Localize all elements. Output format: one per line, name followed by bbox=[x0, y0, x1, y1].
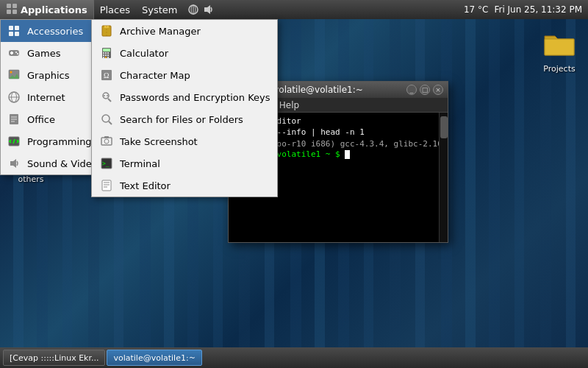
svg-rect-2 bbox=[7, 10, 11, 14]
svg-rect-62 bbox=[104, 136, 109, 138]
svg-line-55 bbox=[108, 99, 111, 102]
games-icon bbox=[7, 46, 21, 60]
screenshot-label: Take Screenshot bbox=[120, 136, 198, 147]
projects-desktop-icon[interactable]: Projects bbox=[542, 26, 577, 74]
svg-rect-15 bbox=[545, 39, 574, 55]
system-label: System bbox=[142, 4, 177, 15]
svg-rect-49 bbox=[103, 57, 104, 58]
search-files-label: Search for Files or Folders bbox=[120, 114, 243, 125]
submenu-calculator[interactable]: Calculator bbox=[92, 42, 277, 64]
search-files-icon bbox=[99, 112, 114, 127]
svg-marker-37 bbox=[10, 159, 16, 168]
sound-video-icon bbox=[7, 156, 21, 171]
terminal-maximize-button[interactable]: □ bbox=[420, 85, 430, 95]
top-taskbar: Applications Places System bbox=[0, 0, 588, 19]
submenu-terminal[interactable]: >_ Terminal bbox=[92, 152, 277, 174]
terminal-task-label: volatile@volatile1:~ bbox=[113, 353, 195, 363]
svg-text:Ω: Ω bbox=[104, 71, 109, 79]
taskbar-right: 17 °C Fri Jun 25, 11:32 PM bbox=[464, 4, 588, 15]
applications-icon bbox=[6, 3, 18, 17]
office-icon bbox=[7, 112, 21, 127]
svg-rect-18 bbox=[9, 32, 13, 36]
svg-point-24 bbox=[17, 53, 18, 54]
terminal-label: Terminal bbox=[120, 158, 160, 169]
desktop: Applications Places System bbox=[0, 0, 588, 368]
graphics-label: Graphics bbox=[27, 70, 98, 81]
svg-rect-46 bbox=[103, 54, 104, 56]
submenu-screenshot[interactable]: Take Screenshot bbox=[92, 130, 277, 152]
submenu-passwords[interactable]: Passwords and Encryption Keys bbox=[92, 86, 277, 108]
terminal-menu-help[interactable]: Help bbox=[279, 100, 299, 110]
graphics-icon bbox=[7, 68, 21, 82]
svg-rect-47 bbox=[105, 54, 107, 56]
screenshot-icon bbox=[99, 134, 114, 149]
internet-label: Internet bbox=[27, 92, 98, 103]
text-editor-icon bbox=[99, 178, 114, 193]
cevap-label: [Cevap :::::Linux Ekr... bbox=[10, 353, 98, 363]
applications-label: Applications bbox=[21, 4, 87, 15]
programming-icon bbox=[7, 134, 21, 149]
svg-rect-19 bbox=[15, 32, 19, 36]
office-label: Office bbox=[27, 114, 98, 125]
submenu-text-editor[interactable]: Text Editor bbox=[92, 174, 277, 197]
taskbar-left: Applications Places System bbox=[0, 0, 215, 19]
svg-rect-48 bbox=[107, 54, 109, 56]
svg-text:>_: >_ bbox=[102, 160, 110, 167]
bottom-taskbar: [Cevap :::::Linux Ekr... volatile@volati… bbox=[0, 347, 588, 368]
svg-rect-16 bbox=[9, 26, 13, 30]
svg-point-23 bbox=[15, 52, 17, 53]
temperature-display: 17 °C bbox=[464, 4, 488, 15]
svg-rect-45 bbox=[107, 52, 109, 54]
svg-point-57 bbox=[107, 95, 108, 96]
submenu-character-map[interactable]: Ω Character Map bbox=[92, 64, 277, 86]
network-icon[interactable] bbox=[187, 3, 200, 16]
accessories-label: Accessories bbox=[27, 26, 98, 37]
others-label: others bbox=[18, 174, 43, 184]
terminal-close-button[interactable]: × bbox=[433, 85, 443, 95]
places-label: Places bbox=[100, 4, 130, 15]
submenu-archive-manager[interactable]: Archive Manager bbox=[92, 20, 277, 42]
sound-video-label: Sound & Video bbox=[27, 158, 98, 169]
submenu-search-files[interactable]: Search for Files or Folders bbox=[92, 108, 277, 130]
accessories-submenu: Archive Manager Calculator bbox=[91, 19, 278, 197]
svg-rect-50 bbox=[105, 57, 107, 58]
calculator-label: Calculator bbox=[120, 48, 168, 59]
applications-menu-button[interactable]: Applications bbox=[0, 0, 94, 19]
svg-rect-17 bbox=[15, 26, 19, 30]
datetime-display: Fri Jun 25, 11:32 PM bbox=[494, 4, 582, 15]
terminal-scrollbar[interactable] bbox=[439, 113, 448, 242]
system-menu-button[interactable]: System bbox=[136, 0, 183, 19]
passwords-icon bbox=[99, 90, 114, 105]
places-menu-button[interactable]: Places bbox=[94, 0, 136, 19]
svg-rect-3 bbox=[12, 10, 17, 14]
calculator-icon bbox=[99, 46, 114, 60]
svg-rect-65 bbox=[102, 180, 111, 191]
archive-icon bbox=[99, 24, 114, 38]
svg-marker-7 bbox=[204, 5, 210, 14]
svg-rect-42 bbox=[103, 49, 110, 52]
cursor bbox=[345, 150, 350, 159]
svg-rect-51 bbox=[107, 57, 109, 58]
svg-point-26 bbox=[10, 71, 12, 74]
games-label: Games bbox=[27, 48, 98, 59]
svg-line-59 bbox=[109, 121, 112, 124]
programming-label: Programming bbox=[27, 136, 98, 147]
svg-rect-44 bbox=[105, 52, 107, 54]
text-editor-label: Text Editor bbox=[120, 180, 171, 191]
internet-icon bbox=[7, 90, 21, 105]
svg-rect-22 bbox=[10, 52, 13, 54]
volume-icon[interactable] bbox=[201, 3, 215, 16]
svg-point-56 bbox=[104, 95, 105, 96]
accessories-icon bbox=[7, 24, 21, 38]
projects-folder-icon bbox=[542, 26, 577, 61]
svg-point-58 bbox=[102, 115, 110, 122]
taskbar-cevap-item[interactable]: [Cevap :::::Linux Ekr... bbox=[3, 350, 105, 366]
taskbar-terminal-item[interactable]: volatile@volatile1:~ bbox=[107, 350, 201, 366]
svg-rect-1 bbox=[12, 4, 17, 8]
terminal-minimize-button[interactable]: _ bbox=[406, 85, 417, 95]
projects-label: Projects bbox=[543, 64, 575, 74]
svg-rect-43 bbox=[103, 52, 104, 54]
character-map-icon: Ω bbox=[99, 68, 114, 82]
svg-point-61 bbox=[104, 139, 109, 144]
terminal-menu-icon: >_ bbox=[99, 156, 114, 171]
